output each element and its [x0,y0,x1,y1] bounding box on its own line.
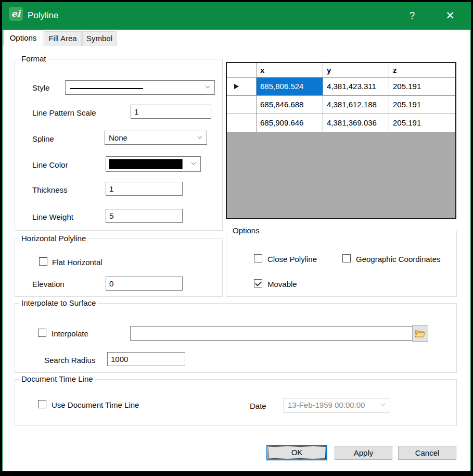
options-group-title: Options [231,226,262,235]
search-radius-input[interactable]: 1000 [107,352,185,366]
column-header-z[interactable]: z [389,63,455,78]
table-cell[interactable]: 685,909.646 [257,114,323,132]
movable-label: Movable [267,280,297,289]
line-style-preview [70,88,143,89]
use-document-timeline-label: Use Document Time Line [52,400,139,409]
table-cell[interactable]: 205.191 [389,78,455,96]
column-header-selector [227,63,257,78]
close-polyline-checkbox[interactable] [254,254,262,262]
table-cell[interactable]: 4,381,612.188 [323,96,389,114]
table-cell[interactable]: 205.191 [389,114,455,132]
style-label: Style [32,83,49,92]
line-pattern-scale-label: Line Pattern Scale [32,108,96,117]
document-timeline-group-title: Document Time Line [19,374,95,383]
elevation-label: Elevation [32,280,65,289]
table-cell[interactable]: 685,846.688 [257,96,323,114]
close-polyline-label: Close Polyline [267,255,317,264]
browse-surface-button[interactable] [412,325,428,342]
interpolate-group-title: Interpolate to Surface [19,298,98,307]
spline-label: Spline [32,134,54,143]
thickness-input[interactable]: 1 [106,182,183,196]
chevron-down-icon [381,402,386,406]
row-selector[interactable] [227,114,257,132]
cancel-button[interactable]: Cancel [398,446,456,460]
line-weight-label: Line Weight [32,212,73,221]
line-color-label: Line Color [32,160,68,169]
line-color-combobox[interactable] [106,156,201,172]
flat-horizontal-checkbox[interactable] [39,257,47,266]
app-logo-icon: ei [9,7,23,21]
style-combobox[interactable] [65,80,215,95]
coordinates-table[interactable]: x y z 685,806.524 4,381,423.311 205.191 … [226,62,456,219]
folder-open-icon [415,329,426,338]
window-title: Polyline [28,3,59,30]
format-group-title: Format [19,54,48,63]
row-selector[interactable] [227,78,257,96]
date-combobox[interactable]: 13-Feb-1959 00:00:00 [284,398,390,412]
search-radius-label: Search Radius [44,356,95,365]
color-swatch [109,159,183,169]
column-header-y[interactable]: y [323,63,389,78]
table-cell[interactable]: 4,381,369.036 [323,114,389,132]
title-bar: ei Polyline ? ✕ [3,3,470,30]
row-selector-arrow-icon [234,84,239,89]
date-label: Date [250,402,266,410]
tab-strip: Options Fill Area Symbol [3,30,470,46]
movable-checkbox[interactable] [254,279,262,287]
help-icon[interactable]: ? [401,3,424,30]
row-selector[interactable] [227,96,257,114]
polyline-dialog: ei Polyline ? ✕ Options Fill Area Symbol… [2,2,471,471]
geographic-coordinates-label: Geographic Coordinates [356,255,441,264]
horizontal-polyline-group-title: Horizontal Polyline [19,234,88,243]
apply-button[interactable]: Apply [335,446,392,460]
use-document-timeline-checkbox[interactable] [38,400,46,408]
ok-button[interactable]: OK [266,445,327,460]
tab-symbol[interactable]: Symbol [82,31,117,46]
chevron-down-icon [198,134,202,139]
interpolate-checkbox[interactable] [38,329,46,337]
column-header-x[interactable]: x [257,63,323,78]
tab-fill-area[interactable]: Fill Area [44,31,82,46]
close-icon[interactable]: ✕ [439,3,462,30]
chevron-down-icon [191,160,196,165]
elevation-input[interactable]: 0 [106,277,183,291]
flat-horizontal-label: Flat Horizontal [52,258,103,267]
thickness-label: Thickness [32,185,68,194]
line-weight-input[interactable]: 5 [106,209,183,223]
table-cell[interactable]: 4,381,423.311 [323,78,389,96]
line-pattern-scale-input[interactable]: 1 [131,105,211,119]
date-value: 13-Feb-1959 00:00:00 [288,398,372,412]
spline-value: None [109,131,193,144]
table-cell-selected[interactable]: 685,806.524 [257,78,323,96]
geographic-coordinates-checkbox[interactable] [342,254,351,262]
chevron-down-icon [206,84,210,89]
table-cell[interactable]: 205.191 [389,96,455,114]
interpolate-label: Interpolate [52,329,88,338]
surface-path-input[interactable] [130,326,413,341]
tab-options[interactable]: Options [3,30,43,46]
spline-combobox[interactable]: None [105,131,207,145]
